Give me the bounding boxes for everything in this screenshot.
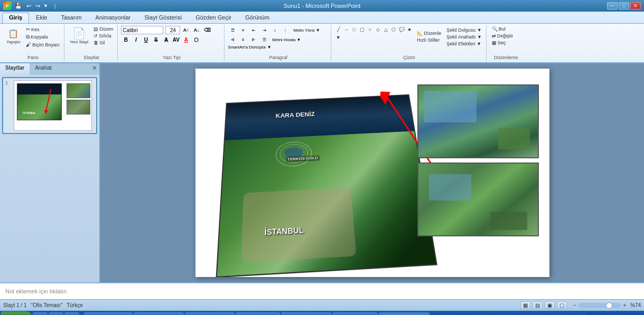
tab-ekle[interactable]: Ekle [29, 13, 54, 23]
theme-info: "Ofis Teması" [31, 302, 62, 308]
sekil-anahatti-button[interactable]: Şekil Anahattı ▼ [444, 34, 483, 40]
taskbar-btn-spot5-1[interactable]: 📄 bbfiliz_spot5_... [185, 312, 235, 315]
sec-button[interactable]: ▦ Seç [490, 40, 516, 46]
smartart-button[interactable]: SmartArt'a Dönüştür ▼ [228, 45, 271, 50]
align-right-button[interactable]: ⫸ [249, 35, 258, 44]
group-duzenleme: 🔍 Bul ⇄ Değiştir ▦ Seç Düzenleme [488, 25, 525, 61]
shape-callout[interactable]: 💬 [398, 26, 405, 33]
yeni-slayt-label: Yeni Slayt [70, 40, 88, 45]
quick-save[interactable]: 💾 [14, 3, 23, 9]
tab-gorunum[interactable]: Görünüm [238, 13, 276, 23]
close-button[interactable]: ✕ [630, 2, 641, 9]
bold-button[interactable]: B [121, 35, 130, 44]
font-color-button[interactable]: A [181, 35, 191, 44]
yeni-slayt-button[interactable]: 📄 Yeni Slayt [68, 26, 90, 46]
align-left-button[interactable]: ⫷ [228, 35, 237, 44]
shape-rounded-rect[interactable]: ▢ [358, 26, 366, 33]
ribbon-tabs: Giriş Ekle Tasarım Animasyonlar Slayt Gö… [0, 12, 644, 23]
taskbar-btn-my-documents[interactable]: 📁 My Documents [84, 312, 133, 315]
degistir-button[interactable]: ⇄ Değiştir [490, 33, 516, 39]
shape-pentagon[interactable]: ⬠ [390, 26, 397, 33]
quick-undo[interactable]: ↩ [25, 3, 32, 9]
font-name-input[interactable] [121, 26, 163, 34]
quick-redo[interactable]: ↪ [34, 3, 41, 9]
view-reading-button[interactable]: ▣ [545, 301, 555, 309]
bul-icon: 🔍 [492, 26, 498, 32]
sil-button[interactable]: 🗑 Sil [91, 40, 115, 46]
view-slideshow-button[interactable]: ▢ [557, 301, 567, 309]
underline-button[interactable]: U [141, 35, 151, 44]
shape-line[interactable]: ╱ [334, 26, 342, 33]
font-size-input[interactable] [165, 26, 180, 34]
sifirla-button[interactable]: ↺ Sıfırla [91, 33, 115, 39]
increase-indent-button[interactable]: ⇥ [259, 26, 269, 34]
sekil-dolgusu-button[interactable]: Şekil Dolgusu ▼ [444, 27, 483, 33]
taskbar-btn-paint[interactable]: 🖼 untitled - Paint [332, 312, 378, 315]
taskbar-btn-kurultay[interactable]: 📁 kurultay2009 [236, 312, 280, 315]
zoom-thumb[interactable] [606, 302, 612, 309]
smartart-row: SmartArt'a Dönüştür ▼ [228, 45, 329, 50]
duzenle-button[interactable]: 📐 Düzenle [415, 30, 443, 36]
view-slide-sorter-button[interactable]: ▤ [533, 301, 543, 309]
shape-oval[interactable]: ○ [366, 26, 374, 33]
bicim-boyaci-button[interactable]: 🖌 Biçim Boyacı [24, 41, 62, 48]
zoom-minus[interactable]: − [573, 302, 576, 308]
zoom-plus[interactable]: + [623, 302, 626, 308]
align-justify-button[interactable]: ☰ [259, 35, 269, 44]
taskbar-btn-quicklaunch-media[interactable]: 🎵 [64, 312, 79, 315]
svg-line-0 [46, 89, 51, 112]
shape-triangle[interactable]: △ [382, 26, 389, 33]
bullet-list-button[interactable]: ☰ [228, 26, 237, 34]
start-button[interactable]: ⊞ start [1, 311, 32, 315]
taskbar-btn-quicklaunch-folder[interactable]: 📁 [49, 312, 63, 315]
sekil-efektleri-button[interactable]: Şekil Efektleri ▼ [444, 41, 483, 47]
minimize-button[interactable]: — [607, 2, 618, 9]
shape-rect[interactable]: □ [350, 26, 358, 33]
taskbar-btn-spot5-2[interactable]: 📄 bbfiliz_spot5_... [281, 312, 331, 315]
tab-gozden-gecir[interactable]: Gözden Geçir [189, 13, 238, 23]
duzen-button[interactable]: ▤ Düzen [91, 26, 115, 32]
char-space-button[interactable]: AV [171, 35, 181, 44]
taskbar-btn-windows-live[interactable]: 🌐 Windows Live... [134, 312, 184, 315]
duzenleme-group-label: Düzenleme [488, 55, 525, 60]
yapistir-button[interactable]: 📋 Yapıştır [4, 26, 23, 46]
num-list-button[interactable]: ≡ [238, 26, 248, 34]
view-normal-button[interactable]: ▦ [520, 301, 530, 309]
slide-canvas[interactable]: KARA DENİZ TERKOS GÖLÜ İSTANBUL [195, 69, 549, 277]
shape-more[interactable]: ▼ [334, 34, 342, 41]
taskbar-btn-quicklaunch-ie[interactable]: 🌐 [33, 312, 48, 315]
bul-button[interactable]: 🔍 Bul [490, 26, 516, 32]
italic-button[interactable]: I [131, 35, 141, 44]
taskbar-btn-powerpoint[interactable]: 📊 Microsoft Pow... [379, 312, 430, 315]
sidebar-tab-slaytlar[interactable]: Slaytlar [0, 63, 30, 75]
strikethrough-button[interactable]: S [151, 35, 161, 44]
zoom-slider[interactable] [578, 303, 621, 308]
line-spacing-button[interactable]: ↕ [270, 26, 279, 34]
maximize-button[interactable]: □ [619, 2, 629, 9]
column-button[interactable]: ⋮ [281, 26, 290, 34]
decrease-indent-button[interactable]: ⇤ [249, 26, 258, 34]
group-cizim: ╱ → □ ▢ ○ ◇ △ ⬠ 💬 ★ ▼ 📐 [332, 25, 486, 61]
tab-giris[interactable]: Giriş [2, 13, 29, 23]
kes-button[interactable]: ✂ Kes [24, 26, 62, 33]
shape-arrow[interactable]: → [342, 26, 350, 33]
tab-animasyonlar[interactable]: Animasyonlar [89, 13, 138, 23]
text-highlight-button[interactable]: ⬡ [191, 35, 201, 44]
slide-thumbnail-1[interactable]: 1 İSTANBUL [2, 77, 97, 134]
tab-slayt-gosterisi[interactable]: Slayt Gösterisi [137, 13, 189, 23]
tab-tasarim[interactable]: Tasarım [54, 13, 88, 23]
shape-diamond[interactable]: ◇ [374, 26, 381, 33]
font-size-increase-button[interactable]: A↑ [181, 26, 191, 34]
sidebar-close-button[interactable]: ✕ [90, 63, 99, 73]
sidebar-tab-anahat[interactable]: Anahat [30, 63, 57, 75]
notes-area[interactable]: Not eklemek için tıklatın [0, 282, 644, 299]
kopyala-button[interactable]: ⧉ Kopyala [24, 33, 62, 41]
shadow-button[interactable]: A [161, 35, 171, 44]
font-size-decrease-button[interactable]: A↓ [192, 26, 201, 34]
clear-format-button[interactable]: ⌫ [202, 26, 212, 34]
ribbon-content: 📋 Yapıştır ✂ Kes ⧉ Kopyala 🖌 Biçim Boyac… [0, 23, 644, 62]
hizli-stiller-button[interactable]: Hızlı Stiller [415, 37, 443, 43]
align-center-button[interactable]: ≡ [238, 35, 248, 44]
shape-star[interactable]: ★ [406, 26, 413, 33]
quick-dropdown[interactable]: ▼ [43, 3, 48, 8]
